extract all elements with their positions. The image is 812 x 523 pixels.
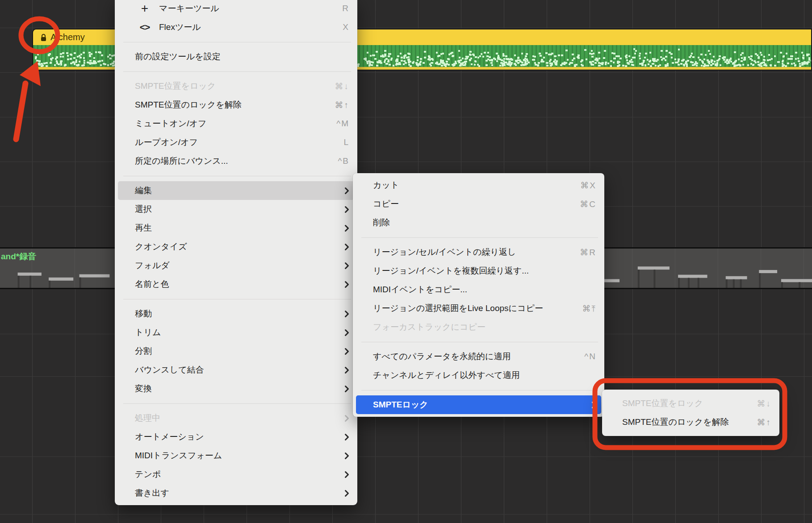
menu-item-label: SMPTE位置のロックを解除: [135, 99, 242, 111]
menu-item-mute-on-off[interactable]: ミュートオン/オフ^M: [118, 114, 354, 133]
menu-item-copy-selection-to-live-loops[interactable]: リージョンの選択範囲をLive Loopsにコピー⌘⤒: [356, 299, 601, 318]
menu-item-label: リージョン/イベントを複数回繰り返す...: [373, 265, 529, 277]
menu-item-label: 名前と色: [135, 278, 169, 290]
context-menu: +マーキーツールR<>FlexツールX前の設定ツールを設定SMPTE位置をロック…: [115, 0, 357, 505]
menu-item-label: オートメーション: [135, 431, 204, 443]
menu-separator: [123, 299, 351, 299]
menu-item-copy-midi-events[interactable]: MIDIイベントをコピー...: [356, 280, 601, 299]
menu-item-split[interactable]: 分割: [118, 342, 354, 361]
menu-item-marquee-tool[interactable]: +マーキーツールR: [118, 0, 354, 18]
shortcut-label: ⌘C: [580, 199, 596, 209]
menu-item-label: 再生: [135, 222, 152, 234]
lock-icon: [40, 33, 47, 42]
menu-item-apply-all-parameters[interactable]: すべてのパラメータを永続的に適用^N: [356, 347, 601, 366]
submenu-chevron-icon: [344, 366, 349, 374]
menu-item-trim[interactable]: トリム: [118, 323, 354, 342]
edit-submenu: カット⌘Xコピー⌘C削除リージョン/セル/イベントの繰り返し⌘Rリージョン/イベ…: [353, 173, 604, 417]
menu-item-copy[interactable]: コピー⌘C: [356, 195, 601, 213]
menu-separator: [361, 237, 598, 238]
menu-item-label: SMPTEロック: [373, 399, 428, 411]
menu-item-label: 移動: [135, 308, 152, 320]
menu-item-name-and-color[interactable]: 名前と色: [118, 275, 354, 294]
submenu-chevron-icon: [344, 224, 349, 232]
submenu-chevron-icon: [344, 415, 349, 422]
menu-item-apply-all-except-channel-delay[interactable]: チャンネルとディレイ以外すべて適用: [356, 366, 601, 385]
shortcut-label: ⌘↓: [335, 81, 350, 91]
shortcut-label: ⌘X: [580, 180, 596, 191]
shortcut-label: ⌘R: [580, 247, 596, 257]
menu-separator: [123, 42, 351, 42]
shortcut-label: ⌘↑: [757, 417, 772, 428]
submenu-chevron-icon: [344, 385, 349, 393]
menu-item-label: すべてのパラメータを永続的に適用: [373, 351, 511, 362]
submenu-chevron-icon: [344, 329, 349, 336]
menu-item-bounce-and-join[interactable]: バウンスして結合: [118, 361, 354, 379]
menu-item-label: フォルダ: [135, 260, 170, 271]
shortcut-label: ⌘⤒: [582, 303, 596, 314]
menu-item-move[interactable]: 移動: [118, 304, 354, 323]
smpte-lock-submenu: SMPTE位置をロック⌘↓SMPTE位置のロックを解除⌘↑: [602, 390, 779, 436]
menu-item-repeat-multiple[interactable]: リージョン/イベントを複数回繰り返す...: [356, 262, 601, 280]
menu-item-midi-transform[interactable]: MIDIトランスフォーム: [118, 446, 354, 465]
logic-pro-arrange-window: and*録音 Alchemy +マーキーツールR<>FlexツールX前の設定ツー…: [0, 0, 812, 523]
menu-item-label: MIDIトランスフォーム: [135, 450, 222, 461]
submenu-chevron-icon: [344, 490, 349, 497]
menu-separator: [123, 71, 351, 72]
menu-item-label: 削除: [373, 217, 390, 228]
menu-item-convert[interactable]: 変換: [118, 379, 354, 398]
menu-item-cut[interactable]: カット⌘X: [356, 176, 601, 195]
menu-item-label: 書き出す: [135, 487, 169, 499]
submenu-chevron-icon: [344, 452, 349, 460]
menu-item-label: MIDIイベントをコピー...: [373, 284, 467, 295]
shortcut-label: ^N: [584, 352, 596, 361]
menu-item-label: Flexツール: [159, 21, 201, 33]
menu-item-bounce-in-place[interactable]: 所定の場所にバウンス...^B: [118, 152, 354, 170]
menu-item-label: SMPTE位置をロック: [622, 398, 703, 409]
menu-item-quantize[interactable]: クオンタイズ: [118, 237, 354, 256]
menu-item-flex-tool[interactable]: <>FlexツールX: [118, 18, 354, 37]
menu-item-lock-smpte-position: SMPTE位置をロック⌘↓: [118, 77, 354, 95]
submenu-chevron-icon: [344, 348, 349, 355]
menu-item-label: 前の設定ツールを設定: [135, 51, 221, 62]
submenu-chevron-icon: [344, 206, 349, 213]
shortcut-label: ⌘↓: [757, 398, 772, 409]
submenu-chevron-icon: [344, 471, 349, 478]
menu-item-repeat-region-cell-event[interactable]: リージョン/セル/イベントの繰り返し⌘R: [356, 243, 601, 262]
menu-item-processing: 処理中: [118, 409, 354, 428]
menu-item-select[interactable]: 選択: [118, 200, 354, 219]
menu-item-smpte-lock[interactable]: SMPTEロック: [356, 395, 601, 414]
submenu-chevron-icon: [344, 187, 349, 195]
menu-item-label: 処理中: [135, 412, 160, 424]
menu-item-tempo[interactable]: テンポ: [118, 465, 354, 484]
menu-item-edit[interactable]: 編集: [118, 181, 354, 200]
menu-item-export[interactable]: 書き出す: [118, 484, 354, 502]
menu-item-label: SMPTE位置のロックを解除: [622, 416, 729, 428]
menu-item-label: SMPTE位置をロック: [135, 80, 216, 92]
menu-item-set-previous-tool[interactable]: 前の設定ツールを設定: [118, 47, 354, 66]
menu-item-label: コピー: [373, 198, 399, 210]
menu-item-automation[interactable]: オートメーション: [118, 428, 354, 446]
menu-separator: [361, 342, 598, 342]
submenu-chevron-icon: [344, 281, 349, 288]
menu-item-label: 分割: [135, 345, 152, 357]
menu-item-copy-to-focused-track: フォーカストラックにコピー: [356, 318, 601, 336]
menu-separator: [123, 403, 351, 404]
menu-item-loop-on-off[interactable]: ループオン/オフL: [118, 133, 354, 152]
menu-item-unlock-smpte-position[interactable]: SMPTE位置のロックを解除⌘↑: [605, 413, 776, 432]
menu-item-unlock-smpte-position[interactable]: SMPTE位置のロックを解除⌘↑: [118, 95, 354, 114]
shortcut-label: ⌘↑: [335, 100, 350, 110]
menu-item-label: ミュートオン/オフ: [135, 118, 206, 129]
menu-item-play[interactable]: 再生: [118, 219, 354, 237]
menu-item-label: 選択: [135, 203, 152, 215]
menu-item-label: 所定の場所にバウンス...: [135, 155, 228, 167]
menu-item-label: テンポ: [135, 469, 161, 480]
menu-item-folder[interactable]: フォルダ: [118, 256, 354, 275]
menu-item-delete[interactable]: 削除: [356, 213, 601, 232]
menu-separator: [361, 390, 598, 390]
marquee-crosshair-icon: +: [135, 1, 155, 16]
menu-separator: [123, 176, 351, 176]
shortcut-label: ^B: [338, 156, 349, 166]
menu-item-label: カット: [373, 179, 399, 191]
submenu-chevron-icon: [344, 243, 349, 251]
submenu-chevron-icon: [344, 262, 349, 270]
